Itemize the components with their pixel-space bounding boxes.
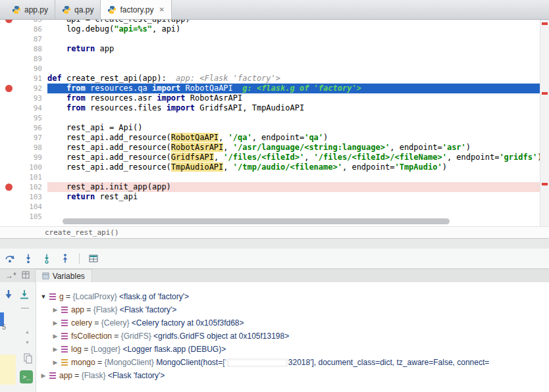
show-execution-point-icon[interactable] xyxy=(3,289,14,303)
breadcrumb-method[interactable]: create_rest_api() xyxy=(45,228,119,237)
code-text[interactable] xyxy=(47,34,549,44)
variable-row-app[interactable]: ▶app = {Flask} <Flask 'factory'> xyxy=(36,303,549,316)
breakpoint-gutter[interactable] xyxy=(0,24,22,34)
code-text[interactable]: def create_rest_api(app): app: <Flask 'f… xyxy=(47,74,549,84)
breakpoint-gutter[interactable] xyxy=(0,54,22,64)
editor-tab-app.py[interactable]: app.py ✕ xyxy=(5,0,55,19)
breakpoint-gutter[interactable] xyxy=(0,44,22,54)
breakpoint-icon[interactable] xyxy=(0,84,22,93)
stripe-mark[interactable] xyxy=(542,22,548,25)
variable-type-icon xyxy=(61,333,68,339)
tab-label: qa.py xyxy=(74,5,93,14)
variable-row-fsCollection[interactable]: ▶fsCollection = {GridFS} <gridfs.GridFS … xyxy=(36,330,549,343)
code-text[interactable]: log.debug("api=%s", api) xyxy=(47,24,549,34)
variable-type: {LocalProxy} xyxy=(72,292,119,301)
console-icon[interactable]: >_ xyxy=(20,370,33,383)
expand-icon[interactable]: ▶ xyxy=(51,333,60,339)
expand-icon[interactable]: ▶ xyxy=(51,346,60,353)
breakpoint-gutter[interactable] xyxy=(0,153,22,162)
mute-separator-icon[interactable]: — xyxy=(21,303,29,312)
code-line-100: 100 rest_api.add_resource(TmpAudioAPI, '… xyxy=(0,162,549,172)
variable-row-celery[interactable]: ▶celery = {Celery} <Celery factory at 0x… xyxy=(36,316,549,330)
expand-icon[interactable]: ▶ xyxy=(51,359,60,366)
breakpoint-gutter[interactable] xyxy=(0,202,22,212)
line-number: 91 xyxy=(22,74,47,84)
variable-value: <Celery factory at 0x105f3fd68> xyxy=(132,318,244,328)
python-file-icon xyxy=(62,5,71,14)
step-to-line-icon[interactable] xyxy=(18,289,30,303)
scroll-down-icon[interactable]: ▼ xyxy=(25,340,30,345)
stripe-mark[interactable] xyxy=(542,183,548,185)
code-text[interactable]: rest_api.add_resource(GridfsAPI, '/files… xyxy=(47,153,549,162)
code-text[interactable] xyxy=(47,113,549,123)
breakpoint-gutter[interactable] xyxy=(0,212,22,222)
code-text[interactable]: return rest_api xyxy=(47,192,549,202)
breakpoint-gutter[interactable] xyxy=(0,192,22,202)
stripe-mark[interactable] xyxy=(542,92,548,95)
breakpoint-gutter[interactable] xyxy=(0,103,22,113)
code-text[interactable]: rest_api.add_resource(RobotAsrAPI, '/asr… xyxy=(47,143,549,153)
horizontal-scrollbar[interactable] xyxy=(63,218,450,224)
breakpoint-gutter[interactable] xyxy=(0,34,22,44)
expand-icon[interactable]: ▶ xyxy=(39,372,48,379)
line-number: 94 xyxy=(22,103,47,113)
equals-sign: = xyxy=(84,305,93,314)
line-number: 87 xyxy=(22,34,47,44)
step-out-icon[interactable] xyxy=(59,253,71,264)
code-text[interactable]: rest_api.add_resource(TmpAudioAPI, '/tmp… xyxy=(47,162,549,172)
restore-layout-icon[interactable] xyxy=(88,253,99,264)
force-step-into-icon[interactable] xyxy=(41,253,53,264)
variable-row-g[interactable]: ▼g = {LocalProxy} <flask.g of 'factory'> xyxy=(36,290,549,303)
code-text[interactable] xyxy=(47,64,549,74)
code-line-102: 102 rest_api.init_app(app) xyxy=(0,182,549,192)
code-text[interactable]: from resources.asr import RobotAsrAPI xyxy=(47,93,549,103)
code-editor[interactable]: 85 api = create_rest_api(app)86 log.debu… xyxy=(0,20,549,226)
breakpoint-gutter[interactable] xyxy=(0,93,22,103)
grid-view-icon[interactable] xyxy=(22,271,30,281)
breakpoint-gutter[interactable] xyxy=(0,123,22,133)
line-number: 89 xyxy=(22,54,47,64)
breakpoint-gutter[interactable] xyxy=(0,133,22,143)
expand-icon[interactable]: ▶ xyxy=(51,320,60,326)
close-tab-icon[interactable]: ✕ xyxy=(159,6,165,13)
code-text[interactable] xyxy=(47,172,549,182)
variables-panel: — 5 ▲ ▼ >_ ▼g = {LocalProxy} <flask.g of… xyxy=(0,282,549,392)
code-text[interactable]: rest_api = Api() xyxy=(47,123,549,133)
code-text[interactable]: from resources.files import GridfsAPI, T… xyxy=(47,103,549,113)
variable-value: <flask.g of 'factory'> xyxy=(119,292,189,301)
breakpoint-icon[interactable] xyxy=(0,20,22,24)
editor-tab-qa.py[interactable]: qa.py ✕ xyxy=(55,0,101,19)
evaluate-arrow-icon[interactable]: →* xyxy=(5,271,16,280)
variables-tab-icon xyxy=(42,272,49,280)
breakpoint-gutter[interactable] xyxy=(0,143,22,153)
variable-value: <Flask 'factory'> xyxy=(120,305,177,314)
code-text[interactable]: rest_api.add_resource(RobotQaAPI, '/qa',… xyxy=(47,133,549,143)
variable-row-mongo[interactable]: ▶mongo = {MongoClient} MongoClient(host=… xyxy=(36,356,549,369)
copy-icon[interactable] xyxy=(24,353,33,366)
breakpoint-gutter[interactable] xyxy=(0,172,22,182)
breadcrumb[interactable]: create_rest_api() xyxy=(0,226,549,238)
editor-tab-factory.py[interactable]: factory.py ✕ xyxy=(101,0,172,19)
code-text[interactable]: api = create_rest_api(app) xyxy=(47,20,549,24)
collapse-icon[interactable]: ▼ xyxy=(39,293,48,300)
error-stripe[interactable] xyxy=(540,20,549,226)
code-text[interactable]: from resources.qa import RobotQaAPI g: <… xyxy=(47,84,549,93)
breakpoint-gutter[interactable] xyxy=(0,162,22,172)
code-text[interactable] xyxy=(47,202,549,212)
step-over-icon[interactable] xyxy=(4,253,16,264)
breakpoint-gutter[interactable] xyxy=(0,64,22,74)
breakpoint-gutter[interactable] xyxy=(0,113,22,123)
tab-variables[interactable]: Variables xyxy=(35,269,92,282)
scroll-up-icon[interactable]: ▲ xyxy=(25,330,30,334)
variable-row-log[interactable]: ▶log = {Logger} <Logger flask.app (DEBUG… xyxy=(36,343,549,356)
line-number: 93 xyxy=(22,93,47,103)
editor-tab-bar: app.py ✕ qa.py ✕ factory.py ✕ xyxy=(0,0,549,20)
step-into-icon[interactable] xyxy=(22,253,34,264)
expand-icon[interactable]: ▶ xyxy=(51,306,60,313)
breakpoint-gutter[interactable] xyxy=(0,74,22,84)
code-text[interactable]: rest_api.init_app(app) xyxy=(47,182,549,192)
code-text[interactable]: return app xyxy=(47,44,549,54)
code-text[interactable] xyxy=(47,54,549,64)
breakpoint-icon[interactable] xyxy=(0,182,22,192)
variable-row-app[interactable]: ▶app = {Flask} <Flask 'factory'> xyxy=(36,369,549,382)
